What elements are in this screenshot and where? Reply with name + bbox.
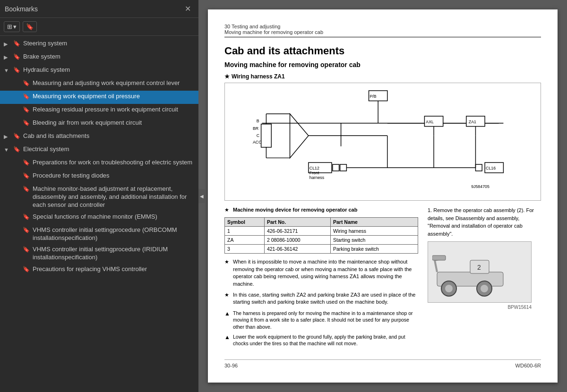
svg-text:Front: Front: [309, 170, 319, 175]
expand-arrow-electrical: ▼: [4, 146, 11, 153]
page-header-line1: 30 Testing and adjusting: [224, 24, 541, 29]
machine-moving-title: ★ Machine moving device for removing ope…: [224, 206, 418, 213]
item-label-brake: Brake system: [23, 53, 195, 61]
svg-text:CL16: CL16: [486, 166, 496, 170]
svg-text:BR: BR: [253, 126, 258, 131]
expand-arrow-steering: ▶: [4, 41, 11, 47]
cell-part_name: Parking brake switch: [330, 245, 418, 254]
svg-rect-33: [475, 164, 482, 171]
machine-photo: 2: [428, 241, 532, 303]
left-column: ★ Machine moving device for removing ope…: [224, 206, 418, 350]
tree-item-measure-adjust[interactable]: 🔖Measuring and adjusting work equipment …: [0, 77, 198, 91]
tree-item-test-diodes[interactable]: 🔖Procedure for testing diodes: [0, 170, 198, 183]
tree-item-steering[interactable]: ▶🔖Steering system: [0, 38, 198, 51]
item-label-special-functions: Special functions of machine monitor (EM…: [33, 213, 195, 221]
toolbar-row: ⊞ ▾ 🔖: [0, 18, 198, 36]
svg-marker-13: [290, 114, 309, 158]
tree-item-vhms-orbcomm[interactable]: 🔖VHMS controller initial settingprocedur…: [0, 224, 198, 244]
svg-text:ACC: ACC: [253, 140, 262, 145]
page-number-right: WD600-6R: [515, 363, 541, 368]
table-row: ZA2 08086-10000Starting switch: [225, 236, 418, 245]
svg-point-42: [481, 285, 488, 292]
layout-button[interactable]: ⊞ ▾: [4, 21, 20, 32]
page-footer: 30-96 WD600-6R: [224, 359, 541, 368]
bullet-2: ★ In this case, starting switch ZA2 and …: [224, 291, 418, 306]
bookmark-tool-button[interactable]: 🔖: [23, 21, 37, 32]
tree-item-bleeding-air[interactable]: 🔖Bleeding air from work equipment circui…: [0, 117, 198, 130]
star-icon: ★: [224, 73, 230, 80]
item-label-release-pressure: Releasing residual pressure in work equi…: [33, 106, 195, 114]
cell-symbol: ZA: [225, 236, 265, 245]
section-title: Cab and its attachments: [224, 45, 541, 57]
bookmark-icon-measure-oil: 🔖: [23, 93, 30, 101]
tree-item-brake[interactable]: ▶🔖Brake system: [0, 51, 198, 64]
bullet-text-2: In this case, starting switch ZA2 and pa…: [233, 291, 418, 306]
tree-item-special-functions[interactable]: 🔖Special functions of machine monitor (E…: [0, 211, 198, 224]
item-label-steering: Steering system: [23, 40, 195, 48]
bookmark-icon-vhms-orbcomm: 🔖: [23, 227, 30, 234]
bookmark-icon-special-functions: 🔖: [23, 213, 30, 221]
tree-item-cab[interactable]: ▶🔖Cab and its attachments: [0, 130, 198, 144]
svg-point-40: [445, 285, 453, 292]
bookmark-icon-steering: 🔖: [13, 40, 20, 48]
page-number-left: 30-96: [224, 363, 238, 368]
tree-item-prep-trouble[interactable]: 🔖Preparations for work on troubleshootin…: [0, 157, 198, 170]
bookmark-icon-bleeding-air: 🔖: [23, 119, 30, 127]
svg-text:P/B: P/B: [369, 94, 376, 99]
bookmark-icon-hydraulic: 🔖: [13, 67, 20, 74]
right-column: 1. Remove the operator cab assembly (2).…: [428, 206, 541, 350]
bookmark-tree: ▶🔖Steering system▶🔖Brake system▼🔖Hydraul…: [0, 36, 198, 392]
document-view: 30 Testing and adjusting Moving machine …: [198, 0, 567, 392]
item-label-machine-monitor: Machine monitor-based adjustment at repl…: [33, 185, 195, 209]
svg-rect-8: [261, 124, 272, 147]
close-button[interactable]: ✕: [182, 3, 194, 14]
bookmark-icon-replace-vhms: 🔖: [23, 266, 30, 273]
machine-moving-label: Machine moving device for removing opera…: [233, 206, 357, 213]
table-row: 1426-06-32171Wiring harness: [225, 227, 418, 236]
warning-text-1: The harness is prepared only for moving …: [233, 310, 418, 331]
page-header: 30 Testing and adjusting Moving machine …: [224, 24, 541, 37]
bookmarks-header: Bookmarks ✕: [0, 0, 198, 18]
tree-item-replace-vhms[interactable]: 🔖Precautions for replacing VHMS controll…: [0, 264, 198, 277]
collapse-panel-arrow[interactable]: ◀: [198, 189, 205, 203]
cell-part_no: 421-06-36142: [264, 245, 330, 254]
tree-item-vhms-iridium[interactable]: 🔖VHMS controller initial settingprocedur…: [0, 244, 198, 264]
bookmarks-panel: Bookmarks ✕ ⊞ ▾ 🔖 ▶🔖Steering system▶🔖Bra…: [0, 0, 198, 392]
cell-part_name: Wiring harness: [330, 227, 418, 236]
item-label-hydraulic: Hydraulic system: [23, 66, 195, 74]
bookmark-icon-measure-adjust: 🔖: [23, 80, 30, 87]
star-bullet-2: ★: [224, 291, 230, 306]
svg-text:2: 2: [477, 264, 481, 271]
machine-svg: 2: [432, 246, 527, 298]
expand-arrow-brake: ▶: [4, 54, 11, 60]
svg-rect-29: [340, 164, 347, 171]
parts-table: Symbol Part No. Part Name 1426-06-32171W…: [224, 217, 418, 254]
item-label-prep-trouble: Preparations for work on troubleshooting…: [33, 159, 195, 167]
tree-item-release-pressure[interactable]: 🔖Releasing residual pressure in work equ…: [0, 104, 198, 117]
bookmark-icon-vhms-iridium: 🔖: [23, 246, 30, 254]
bottom-content: ★ Machine moving device for removing ope…: [224, 206, 541, 350]
warning-2: ▲ Lower the work equipment to the ground…: [224, 333, 418, 347]
tree-item-hydraulic[interactable]: ▼🔖Hydraulic system: [0, 64, 198, 77]
cell-part_no: 2 08086-10000: [264, 236, 330, 245]
warning-icon-2: ▲: [224, 333, 230, 347]
tree-item-measure-oil[interactable]: 🔖Measuring work equipment oil pressure: [0, 91, 198, 104]
col-partname: Part Name: [330, 218, 418, 227]
page-header-line2: Moving machine for removing operator cab: [224, 29, 541, 35]
tree-item-electrical[interactable]: ▼🔖Electrical system: [0, 144, 198, 157]
star-bullet: ★: [224, 206, 230, 213]
svg-text:harness: harness: [309, 175, 325, 180]
expand-arrow-cab: ▶: [4, 133, 11, 140]
bookmarks-title: Bookmarks: [5, 5, 38, 13]
svg-text:AXL: AXL: [426, 119, 434, 124]
cell-symbol: 1: [225, 227, 265, 236]
warning-text-2: Lower the work equipment to the ground f…: [233, 333, 418, 347]
photo-caption: BPW15614: [428, 305, 532, 310]
svg-text:CL12: CL12: [309, 166, 319, 170]
layout-icon: ⊞: [7, 23, 12, 30]
cell-symbol: 3: [225, 245, 265, 254]
tree-item-machine-monitor[interactable]: 🔖Machine monitor-based adjustment at rep…: [0, 183, 198, 211]
item-label-replace-vhms: Precautions for replacing VHMS controlle…: [33, 265, 195, 273]
step-1-text: 1. Remove the operator cab assembly (2).…: [428, 206, 541, 238]
item-label-electrical: Electrical system: [23, 145, 195, 153]
